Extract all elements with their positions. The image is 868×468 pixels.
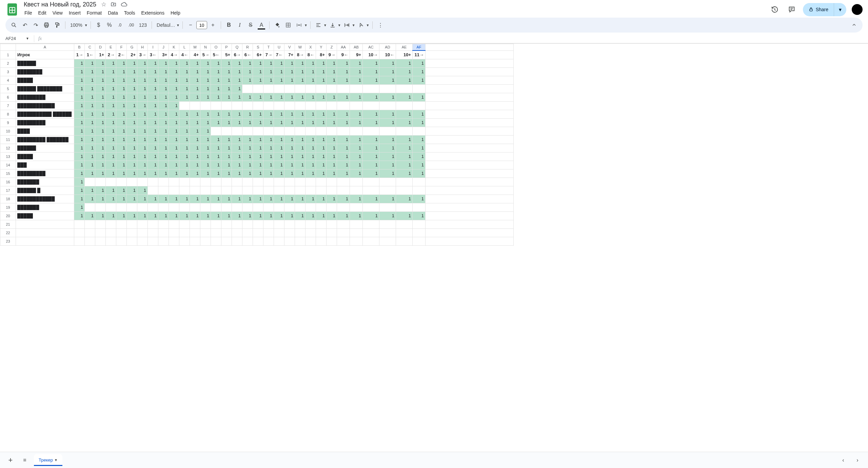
cell[interactable]: 1 — [350, 152, 363, 161]
cell[interactable]: 1 — [295, 110, 305, 118]
cell[interactable]: 1 — [127, 169, 137, 178]
cell[interactable]: 1 — [116, 152, 127, 161]
cell[interactable] — [413, 203, 426, 211]
cell[interactable]: 1 — [158, 211, 169, 220]
cell[interactable] — [350, 101, 363, 110]
cell[interactable]: 1 — [158, 84, 169, 93]
cell[interactable]: 1 — [127, 211, 137, 220]
cell[interactable]: 1 — [350, 67, 363, 76]
borders-icon[interactable] — [283, 20, 293, 30]
cell[interactable] — [363, 220, 379, 228]
cell[interactable]: 4→ — [169, 50, 179, 59]
cell[interactable] — [148, 228, 158, 237]
cell[interactable]: 1 — [350, 195, 363, 203]
col-header[interactable]: AC — [363, 44, 379, 51]
cell[interactable] — [295, 237, 305, 245]
cell[interactable] — [253, 84, 263, 93]
cell[interactable]: 1 — [305, 152, 316, 161]
menu-view[interactable]: View — [50, 9, 65, 17]
cell[interactable] — [396, 127, 413, 135]
cell[interactable]: 1 — [169, 67, 179, 76]
cell[interactable]: 1 — [363, 195, 379, 203]
cell[interactable]: 1 — [74, 59, 85, 67]
cell[interactable]: 1 — [274, 118, 284, 127]
cell[interactable]: 1 — [127, 195, 137, 203]
cell[interactable]: 1 — [327, 118, 337, 127]
cell[interactable]: 1 — [337, 195, 350, 203]
cell[interactable]: 1 — [95, 93, 106, 101]
cell[interactable]: 1 — [284, 59, 295, 67]
cell[interactable]: 1 — [95, 152, 106, 161]
cell[interactable]: 1 — [305, 76, 316, 84]
cell[interactable]: 1 — [179, 110, 190, 118]
cell[interactable] — [253, 228, 263, 237]
cell[interactable]: 1 — [106, 195, 116, 203]
cell[interactable] — [242, 186, 253, 195]
col-header[interactable]: AA — [337, 44, 350, 51]
cell[interactable] — [305, 237, 316, 245]
cell[interactable]: 1 — [295, 59, 305, 67]
dec-decimal-icon[interactable]: .0 — [115, 20, 125, 30]
cell[interactable]: 1+ — [95, 50, 106, 59]
col-header[interactable]: S — [253, 44, 263, 51]
cell[interactable]: 1 — [327, 144, 337, 152]
cell[interactable]: 1 — [232, 84, 242, 93]
col-header[interactable]: D — [95, 44, 106, 51]
cell[interactable]: 1 — [295, 211, 305, 220]
cell[interactable] — [253, 178, 263, 186]
cell[interactable] — [200, 178, 211, 186]
cell[interactable]: 1 — [74, 101, 85, 110]
cell[interactable]: 1 — [148, 144, 158, 152]
cell[interactable]: 1 — [169, 110, 179, 118]
cell[interactable]: 1 — [190, 93, 200, 101]
cell[interactable]: 1 — [316, 110, 327, 118]
cell[interactable]: 1 — [85, 161, 95, 169]
cell[interactable] — [74, 220, 85, 228]
cell[interactable]: 1 — [190, 161, 200, 169]
cell[interactable]: 1 — [253, 169, 263, 178]
cell[interactable]: 1 — [74, 178, 85, 186]
cell[interactable] — [95, 228, 106, 237]
chevron-down-icon[interactable]: ▼ — [176, 23, 180, 27]
cell[interactable]: 1 — [232, 93, 242, 101]
cell[interactable]: 1 — [95, 127, 106, 135]
cell[interactable]: 5+ — [221, 50, 232, 59]
cell[interactable] — [379, 101, 396, 110]
col-header[interactable]: F — [116, 44, 127, 51]
cell[interactable]: 1 — [363, 161, 379, 169]
col-header[interactable]: N — [200, 44, 211, 51]
cell[interactable]: 1 — [116, 101, 127, 110]
cell[interactable]: 1 — [127, 59, 137, 67]
cell[interactable] — [305, 178, 316, 186]
avatar[interactable] — [852, 4, 863, 15]
cell[interactable]: 1 — [85, 101, 95, 110]
cell[interactable]: 1 — [253, 110, 263, 118]
cell[interactable]: 1 — [85, 169, 95, 178]
cell[interactable]: 1 — [179, 76, 190, 84]
cell[interactable] — [327, 178, 337, 186]
cell[interactable]: 1 — [305, 135, 316, 144]
cell[interactable]: 1 — [74, 195, 85, 203]
cell[interactable] — [284, 84, 295, 93]
cell[interactable] — [179, 186, 190, 195]
cell[interactable]: 1 — [316, 211, 327, 220]
cell[interactable]: ███████ — [16, 203, 74, 211]
cell[interactable]: 1 — [316, 161, 327, 169]
cell[interactable] — [221, 178, 232, 186]
cell[interactable] — [396, 186, 413, 195]
cell[interactable]: 1 — [74, 67, 85, 76]
cell[interactable]: 11→ — [413, 50, 426, 59]
cell[interactable] — [137, 228, 148, 237]
cell[interactable]: 1 — [127, 67, 137, 76]
cell[interactable] — [116, 237, 127, 245]
cell[interactable]: 1 — [284, 76, 295, 84]
row-header[interactable]: 21 — [0, 220, 16, 228]
cell[interactable]: 1 — [190, 59, 200, 67]
chevron-down-icon[interactable]: ▼ — [304, 23, 308, 27]
cell[interactable] — [274, 127, 284, 135]
font-size-input[interactable] — [196, 21, 207, 29]
cell[interactable]: 1 — [327, 110, 337, 118]
cell[interactable] — [316, 220, 327, 228]
cell[interactable]: 1 — [169, 84, 179, 93]
cell[interactable] — [305, 101, 316, 110]
